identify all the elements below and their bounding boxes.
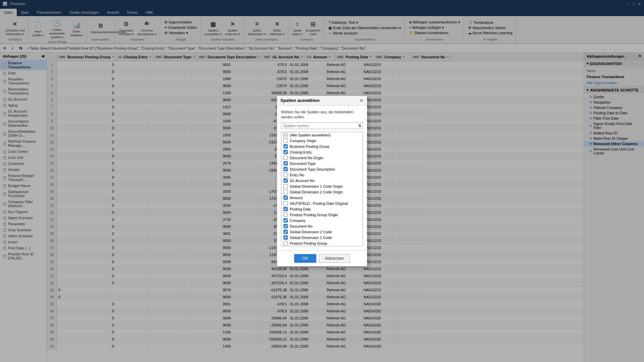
column-checkbox-2[interactable] [283, 144, 288, 148]
column-label-3: Closing Entry [290, 150, 312, 154]
column-label-7: Entry No [290, 173, 304, 177]
column-select-modal: Spalten auswählen ✕ Wählen Sie die Spalt… [277, 96, 367, 267]
modal-column-item-4[interactable]: Document No Origin [281, 155, 363, 161]
column-checkbox-7[interactable] [283, 173, 288, 177]
column-label-17: Global Dimension 2 Code [290, 230, 332, 234]
modal-description: Wählen Sie die Spalten aus, die beibehal… [281, 110, 363, 120]
modal-title-bar: Spalten auswählen ✕ [277, 96, 367, 106]
modal-column-item-15[interactable]: Company [281, 218, 363, 223]
column-checkbox-8[interactable] [283, 178, 288, 183]
modal-column-item-13[interactable]: Posting Date [281, 206, 363, 212]
modal-cancel-btn[interactable]: Abbrechen [319, 254, 350, 263]
modal-column-item-5[interactable]: Document Type [281, 161, 363, 166]
column-label-10: Global Dimension 2 Code Origin [290, 190, 343, 194]
modal-body: Wählen Sie die Spalten aus, die beibehal… [277, 106, 367, 251]
column-checkbox-18[interactable] [283, 235, 288, 240]
column-label-16: Document No [290, 224, 312, 228]
column-label-5: Document Type [290, 162, 316, 166]
column-checkbox-13[interactable] [283, 207, 288, 211]
column-checkbox-3[interactable] [283, 150, 288, 154]
column-label-9: Global Dimension 1 Code Origin [290, 184, 343, 188]
column-checkbox-9[interactable] [283, 184, 288, 188]
modal-column-item-8[interactable]: GL Account No [281, 178, 363, 183]
column-label-15: Company [290, 219, 306, 223]
column-label-18: Global Dimension 1 Code [290, 236, 332, 240]
modal-column-item-14[interactable]: Product Posting Group Origin [281, 212, 363, 218]
column-label-11: Amount [290, 196, 303, 200]
modal-column-item-3[interactable]: Closing Entry [281, 149, 363, 155]
modal-column-item-2[interactable]: Business Posting Group [281, 143, 363, 149]
column-checkbox-4[interactable] [283, 156, 288, 160]
modal-title: Spalten auswählen [280, 98, 320, 103]
modal-search-input[interactable] [281, 123, 357, 129]
modal-column-item-1[interactable]: Company Origin [281, 138, 363, 143]
column-label-13: Posting Date [290, 207, 311, 211]
column-label-1: Company Origin [290, 139, 316, 143]
column-label-2: Business Posting Group [290, 144, 329, 148]
column-label-8: GL Account No [290, 179, 315, 183]
modal-ok-btn[interactable]: OK [294, 254, 316, 263]
modal-column-item-11[interactable]: Amount [281, 195, 363, 200]
column-checkbox-17[interactable] [283, 230, 288, 234]
modal-column-item-9[interactable]: Global Dimension 1 Code Origin [281, 183, 363, 189]
modal-footer: OK Abbrechen [277, 250, 367, 266]
column-label-0: (Alle Spalten auswählen) [290, 133, 331, 137]
column-checkbox-10[interactable] [283, 190, 288, 194]
modal-search-box[interactable]: ⇅ [281, 122, 363, 129]
column-checkbox-11[interactable] [283, 195, 288, 200]
column-label-19: Product Posting Group [290, 241, 327, 245]
column-label-4: Document No Origin [290, 156, 323, 160]
column-checkbox-6[interactable] [283, 167, 288, 171]
modal-column-item-16[interactable]: Document No [281, 223, 363, 229]
modal-sort-btn[interactable]: ⇅ [357, 123, 363, 129]
column-checkbox-0[interactable] [283, 133, 288, 137]
modal-column-item-7[interactable]: Entry No [281, 172, 363, 178]
column-checkbox-19[interactable] [283, 241, 288, 245]
column-checkbox-1[interactable] [283, 138, 288, 143]
modal-column-item-10[interactable]: Global Dimension 2 Code Origin [281, 189, 363, 195]
column-label-14: Product Posting Group Origin [290, 213, 338, 217]
column-checkbox-15[interactable] [283, 218, 288, 223]
modal-column-item-17[interactable]: Global Dimension 2 Code [281, 229, 363, 235]
column-checkbox-14[interactable] [283, 213, 288, 217]
modal-column-item-0[interactable]: (Alle Spalten auswählen) [281, 132, 363, 138]
modal-columns-list[interactable]: (Alle Spalten auswählen)Company OriginBu… [281, 132, 363, 246]
modal-overlay: Spalten auswählen ✕ Wählen Sie die Spalt… [0, 0, 644, 362]
column-label-6: Document Type Description [290, 167, 335, 171]
modal-column-item-6[interactable]: Document Type Description [281, 166, 363, 172]
modal-column-item-19[interactable]: Product Posting Group [281, 240, 363, 246]
column-checkbox-12[interactable] [283, 201, 288, 205]
modal-column-item-12[interactable]: HILFSFELD - Posting Date Original [281, 200, 363, 206]
column-label-12: HILFSFELD - Posting Date Original [290, 201, 348, 205]
column-checkbox-16[interactable] [283, 224, 288, 228]
modal-close-btn[interactable]: ✕ [360, 98, 364, 103]
modal-column-item-18[interactable]: Global Dimension 1 Code [281, 235, 363, 240]
column-checkbox-5[interactable] [283, 161, 288, 166]
